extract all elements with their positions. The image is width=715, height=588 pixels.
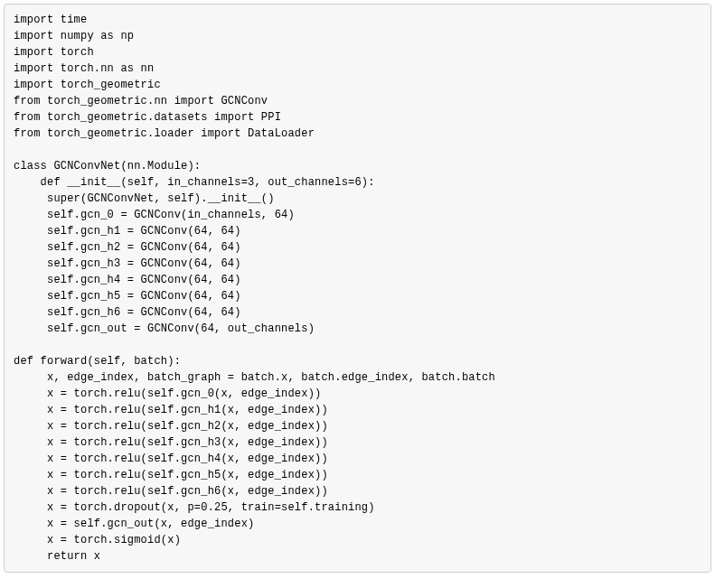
- code-line: self.gcn_out = GCNConv(64, out_channels): [14, 321, 701, 337]
- blank-line: [14, 337, 701, 353]
- code-line: x = torch.sigmoid(x): [14, 532, 701, 548]
- code-line: self.gcn_h3 = GCNConv(64, 64): [14, 256, 701, 272]
- code-line: x = torch.dropout(x, p=0.25, train=self.…: [14, 499, 701, 516]
- code-line: return x: [14, 548, 701, 565]
- code-line: import numpy as np: [14, 28, 701, 44]
- code-line: x = torch.relu(self.gcn_0(x, edge_index)…: [14, 386, 701, 402]
- blank-line: [14, 142, 701, 158]
- code-line: self.gcn_h5 = GCNConv(64, 64): [14, 288, 701, 304]
- code-line: class GCNConvNet(nn.Module):: [14, 158, 701, 174]
- code-line: import torch: [14, 44, 701, 61]
- code-line: x = torch.relu(self.gcn_h6(x, edge_index…: [14, 483, 701, 499]
- code-line: self.gcn_h1 = GCNConv(64, 64): [14, 223, 701, 239]
- code-line: x = torch.relu(self.gcn_h4(x, edge_index…: [14, 451, 701, 467]
- code-line: from torch_geometric.datasets import PPI: [14, 109, 701, 126]
- code-line: import torch_geometric: [14, 77, 701, 93]
- code-line: import torch.nn as nn: [14, 61, 701, 77]
- code-line: self.gcn_0 = GCNConv(in_channels, 64): [14, 207, 701, 223]
- code-line: x = torch.relu(self.gcn_h5(x, edge_index…: [14, 467, 701, 483]
- code-line: self.gcn_h6 = GCNConv(64, 64): [14, 304, 701, 321]
- code-line: from torch_geometric.loader import DataL…: [14, 126, 701, 142]
- code-line: x = torch.relu(self.gcn_h2(x, edge_index…: [14, 418, 701, 434]
- code-block: import time import numpy as np import to…: [4, 4, 711, 573]
- code-line: def __init__(self, in_channels=3, out_ch…: [14, 174, 701, 191]
- code-line: import time: [14, 12, 701, 28]
- code-line: self.gcn_h4 = GCNConv(64, 64): [14, 272, 701, 288]
- code-line: x, edge_index, batch_graph = batch.x, ba…: [14, 369, 701, 386]
- code-line: x = torch.relu(self.gcn_h3(x, edge_index…: [14, 434, 701, 451]
- code-line: self.gcn_h2 = GCNConv(64, 64): [14, 239, 701, 256]
- code-line: x = torch.relu(self.gcn_h1(x, edge_index…: [14, 402, 701, 418]
- code-line: from torch_geometric.nn import GCNConv: [14, 93, 701, 109]
- code-line: def forward(self, batch):: [14, 353, 701, 369]
- code-line: x = self.gcn_out(x, edge_index): [14, 516, 701, 532]
- code-line: super(GCNConvNet, self).__init__(): [14, 191, 701, 207]
